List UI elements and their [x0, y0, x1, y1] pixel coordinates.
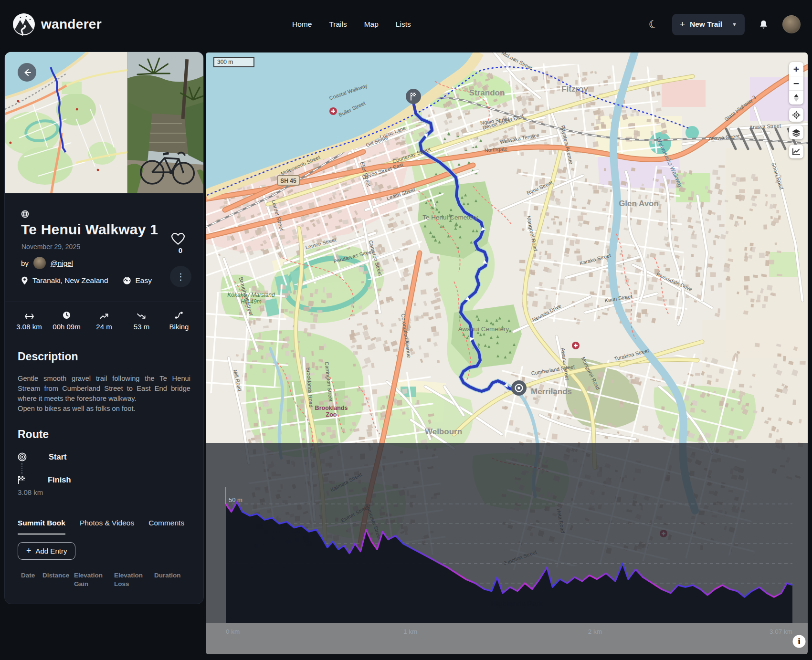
- layers-button[interactable]: [789, 126, 803, 139]
- top-bar: wanderer Home Trails Map Lists ☾ + New T…: [0, 0, 812, 49]
- user-avatar[interactable]: [782, 15, 801, 33]
- distance-arrows-icon: [25, 314, 34, 319]
- brand[interactable]: wanderer: [12, 13, 102, 36]
- more-options-button[interactable]: ⋮: [170, 266, 191, 287]
- plus-icon: +: [26, 546, 32, 556]
- kebab-icon: ⋮: [177, 272, 185, 282]
- svg-text:50 m: 50 m: [229, 496, 243, 503]
- map-label: Riversdale Drive: [655, 271, 693, 292]
- route-connector: [21, 463, 190, 474]
- layers-icon: [792, 128, 801, 137]
- finish-flag-icon: [18, 476, 26, 484]
- trail-difficulty: Easy: [136, 276, 152, 285]
- description-paragraph: Open to bikes as well as folks on foot.: [18, 404, 190, 414]
- scale-label: 300 m: [217, 59, 233, 65]
- heart-icon[interactable]: [171, 232, 185, 245]
- like-count: 0: [171, 246, 190, 254]
- nav-lists[interactable]: Lists: [396, 20, 411, 29]
- wanderer-logo-icon: [12, 13, 35, 36]
- geolocate-button[interactable]: [789, 108, 803, 122]
- theme-toggle-moon-icon[interactable]: ☾: [647, 17, 660, 31]
- col-distance: Distance: [42, 571, 74, 588]
- elevation-chart-control: [789, 145, 803, 158]
- svg-text:3.07 km: 3.07 km: [770, 628, 792, 635]
- col-elevation-loss: Elevation Loss: [114, 571, 154, 588]
- description-paragraph: Gentle smooth gravel trail following the…: [18, 374, 190, 404]
- geolocate-control: [789, 108, 803, 122]
- layers-control: [789, 126, 803, 139]
- by-label: by: [21, 259, 29, 267]
- like-widget[interactable]: 0: [171, 232, 190, 254]
- route-total-distance: 3.08 km: [18, 488, 190, 496]
- svg-text:2 km: 2 km: [588, 628, 602, 635]
- chevron-down-icon[interactable]: ▼: [732, 21, 737, 27]
- author-link[interactable]: @nigel: [51, 259, 73, 267]
- tab-photos-videos[interactable]: Photos & Videos: [80, 519, 134, 534]
- detail-tabs: Summit Book Photos & Videos Comments: [18, 519, 184, 534]
- col-elevation-gain: Elevation Gain: [74, 571, 114, 588]
- divider: [5, 302, 203, 302]
- trail-date: November 29, 2025: [21, 243, 80, 251]
- route-heading: Route: [18, 428, 190, 441]
- svg-text:1 km: 1 km: [403, 628, 417, 635]
- stat-activity: Biking: [164, 323, 194, 331]
- description-heading: Description: [18, 350, 190, 363]
- arrow-left-icon: [22, 68, 32, 77]
- line-chart-icon: [792, 148, 801, 156]
- chart-info-button: i: [793, 635, 806, 648]
- zoom-out-button[interactable]: −: [789, 76, 803, 90]
- nav-trails[interactable]: Trails: [329, 20, 347, 29]
- map-viewport[interactable]: SH 45StrandonFitzroyGlen AvonMerrilandsW…: [206, 52, 808, 654]
- geolocate-icon: [792, 111, 801, 119]
- difficulty-gauge-icon: [123, 276, 131, 285]
- summit-book-table-header: Date Distance Elevation Gain Elevation L…: [21, 571, 192, 588]
- clock-icon: [63, 311, 71, 319]
- brand-name: wanderer: [41, 17, 102, 32]
- add-entry-button[interactable]: + Add Entry: [18, 542, 75, 560]
- start-bullseye-icon: [18, 452, 27, 461]
- svg-text:0 km: 0 km: [226, 628, 240, 635]
- svg-text:i: i: [798, 637, 801, 646]
- stat-duration: 00h 09m: [52, 323, 82, 331]
- nav-home[interactable]: Home: [292, 20, 312, 29]
- map-scale-bar: 300 m: [213, 57, 254, 67]
- elevation-profile-overlay[interactable]: 50 m0 km1 km2 km3.07 kmi: [206, 443, 808, 654]
- zoom-in-button[interactable]: +: [789, 62, 803, 76]
- trail-photo-thumbnail[interactable]: [127, 52, 203, 193]
- svg-text:SH 45: SH 45: [280, 178, 296, 184]
- nav-map[interactable]: Map: [364, 20, 379, 29]
- elevation-chart-toggle-button[interactable]: [789, 145, 803, 158]
- visibility-globe-icon: [21, 210, 29, 218]
- add-entry-label: Add Entry: [36, 547, 67, 555]
- trending-down-icon: [137, 313, 146, 319]
- stat-distance: 3.08 km: [14, 323, 44, 331]
- stat-elevation-loss: 53 m: [127, 323, 157, 331]
- compass-icon: [793, 94, 800, 102]
- col-duration: Duration: [154, 571, 192, 588]
- trail-location: Taranaki, New Zealand: [32, 276, 108, 285]
- compass-pitch-button[interactable]: [789, 91, 803, 105]
- tab-summit-book[interactable]: Summit Book: [18, 519, 65, 534]
- zoom-controls: + −: [789, 62, 803, 105]
- divider: [5, 340, 203, 340]
- tab-comments[interactable]: Comments: [148, 519, 184, 534]
- main-nav: Home Trails Map Lists: [292, 20, 411, 29]
- route-finish-label: Finish: [48, 475, 71, 484]
- notifications-bell-icon[interactable]: [758, 19, 769, 30]
- map-label: Glen Avon: [619, 199, 659, 208]
- author-avatar[interactable]: [33, 257, 46, 269]
- trail-title: Te Henui Walkway 1: [21, 221, 158, 238]
- trail-detail-panel: Te Henui Walkway 1 November 29, 2025 by …: [4, 52, 204, 604]
- stat-elevation-gain: 24 m: [89, 323, 119, 331]
- new-trail-label: New Trail: [690, 20, 722, 29]
- plus-icon: +: [680, 19, 685, 30]
- col-date: Date: [21, 571, 42, 588]
- route-activity-icon: [175, 311, 183, 319]
- trending-up-icon: [100, 313, 109, 319]
- new-trail-button[interactable]: + New Trail ▼: [672, 14, 745, 35]
- back-button[interactable]: [18, 63, 36, 82]
- trail-stats: 3.08 km 00h 09m 24 m 53 m Biking: [5, 310, 203, 331]
- route-start-label: Start: [49, 452, 67, 461]
- location-pin-icon: [21, 276, 28, 285]
